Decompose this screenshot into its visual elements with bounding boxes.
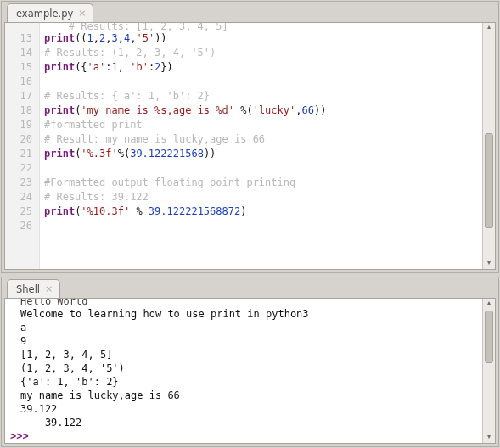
line-number: 23 [5, 176, 39, 190]
line-number: 21 [5, 147, 39, 161]
shell-output-line: my name is lucky,age is 66 [20, 389, 478, 402]
code-token: }) [160, 61, 172, 73]
shell-content: Hello WorldWelcome to learning how to us… [4, 298, 496, 444]
code-line[interactable]: print('%.3f'%(39.122221568)) [44, 147, 478, 161]
shell-output-line: 39.122 [20, 416, 478, 429]
code-token: %( [234, 104, 253, 116]
code-line[interactable]: # Results: {'a': 1, 'b': 2} [44, 89, 478, 104]
line-number: 20 [5, 132, 39, 147]
editor-scrollbar[interactable]: ▴ ▾ [482, 23, 495, 269]
code-line[interactable] [44, 219, 478, 233]
editor-scroll-thumb[interactable] [485, 133, 493, 228]
code-token: , [93, 32, 99, 44]
code-token: #formatted print [44, 119, 143, 131]
code-token: 39.122221568872 [149, 205, 240, 217]
line-number: 13 [5, 31, 39, 46]
line-number: 25 [5, 204, 39, 219]
shell-pane: Shell × Hello WorldWelcome to learning h… [1, 277, 499, 447]
code-token: # Result: my name is lucky,age is 66 [44, 133, 265, 145]
cursor-icon [37, 429, 38, 441]
shell-tab-label: Shell [16, 283, 40, 295]
code-token: print [44, 61, 75, 73]
code-area[interactable]: # Results: [1, 2, 3, 4, 5]print((1,2,3,4… [39, 23, 483, 269]
code-token: # Results: (1, 2, 3, 4, '5') [44, 47, 216, 59]
editor-gutter: 1314151617181920212223242526 [5, 23, 40, 269]
scroll-up-icon[interactable]: ▴ [483, 299, 495, 309]
editor-tab-example[interactable]: example.py × [7, 3, 93, 22]
line-number: 14 [5, 46, 39, 60]
line-number: 24 [5, 190, 39, 204]
code-token: print [44, 104, 75, 116]
shell-output-line: {'a': 1, 'b': 2} [20, 375, 478, 389]
close-icon[interactable]: × [45, 284, 53, 294]
code-token: '5' [136, 32, 154, 44]
code-token: % [130, 205, 149, 217]
scroll-down-icon[interactable]: ▾ [483, 433, 495, 443]
shell-tab-bar: Shell × [2, 277, 498, 298]
editor-content: 1314151617181920212223242526 # Results: … [4, 22, 496, 270]
code-token: , [118, 61, 130, 73]
code-token: 3 [112, 32, 118, 44]
shell-output-line: (1, 2, 3, 4, '5') [20, 361, 478, 375]
scroll-up-icon[interactable]: ▴ [483, 23, 495, 33]
code-token: #Formatted output floating point printin… [44, 176, 295, 188]
shell-area[interactable]: Hello WorldWelcome to learning how to us… [5, 299, 483, 443]
line-number: 16 [5, 75, 39, 89]
code-line-cut: # Results: [1, 2, 3, 4, 5] [44, 23, 478, 31]
code-line[interactable]: #formatted print [44, 118, 478, 132]
code-token: ) [240, 205, 246, 217]
code-token: print [44, 32, 75, 44]
code-token: 66 [301, 104, 313, 116]
editor-tab-bar: example.py × [2, 2, 498, 22]
code-line[interactable]: # Result: my name is lucky,age is 66 [44, 132, 478, 147]
shell-output-line: 9 [20, 334, 478, 348]
shell-prompt: >>> [10, 430, 35, 442]
code-token: '%.3f' [81, 148, 117, 160]
code-token: print [44, 205, 75, 217]
shell-prompt-line[interactable]: >>> [10, 429, 478, 443]
shell-scroll-thumb[interactable] [485, 311, 493, 363]
close-icon[interactable]: × [78, 8, 86, 18]
code-token: (( [75, 32, 87, 44]
code-line[interactable]: # Results: 39.122 [44, 190, 478, 204]
code-line[interactable]: print('my name is %s,age is %d' %('lucky… [44, 104, 478, 118]
code-line[interactable] [44, 75, 478, 89]
line-number: 18 [5, 104, 39, 118]
line-number: 17 [5, 89, 39, 104]
shell-line-cut: Hello World [20, 299, 478, 307]
code-token: , [105, 32, 111, 44]
code-token: ({ [75, 61, 87, 73]
code-token: : [105, 61, 111, 73]
line-number: 22 [5, 161, 39, 176]
line-number: 19 [5, 118, 39, 132]
code-token: , [118, 32, 124, 44]
editor-tab-label: example.py [16, 8, 73, 20]
code-token: 1 [112, 61, 118, 73]
code-token: '%10.3f' [81, 205, 130, 217]
code-token: 39.122221568 [130, 148, 204, 160]
code-line[interactable]: # Results: (1, 2, 3, 4, '5') [44, 46, 478, 60]
code-token: 'b' [130, 61, 149, 73]
code-token: print [44, 148, 75, 160]
shell-output-line: Welcome to learning how to use print in … [20, 307, 478, 321]
shell-output-line: [1, 2, 3, 4, 5] [20, 348, 478, 361]
code-token: 'my name is %s,age is %d' [81, 104, 234, 116]
code-line[interactable]: #Formatted output floating point printin… [44, 176, 478, 190]
code-line[interactable] [44, 161, 478, 176]
shell-output-line: a [20, 321, 478, 334]
line-number: 26 [5, 219, 39, 233]
code-token: 1 [87, 32, 93, 44]
shell-output-line: 39.122 [20, 402, 478, 416]
editor-pane: example.py × 131415161718192021222324252… [1, 1, 499, 273]
line-number: 15 [5, 60, 39, 75]
scroll-down-icon[interactable]: ▾ [483, 259, 495, 269]
shell-scrollbar[interactable]: ▴ ▾ [482, 299, 495, 443]
code-line[interactable]: print({'a':1, 'b':2}) [44, 60, 478, 75]
code-line[interactable]: print((1,2,3,4,'5')) [44, 31, 478, 46]
code-token: 'a' [87, 61, 106, 73]
code-token: # Results: {'a': 1, 'b': 2} [44, 90, 210, 102]
code-token: )) [314, 104, 326, 116]
shell-tab[interactable]: Shell × [7, 279, 60, 298]
code-line[interactable]: print('%10.3f' % 39.122221568872) [44, 204, 478, 219]
code-token: )) [154, 32, 166, 44]
